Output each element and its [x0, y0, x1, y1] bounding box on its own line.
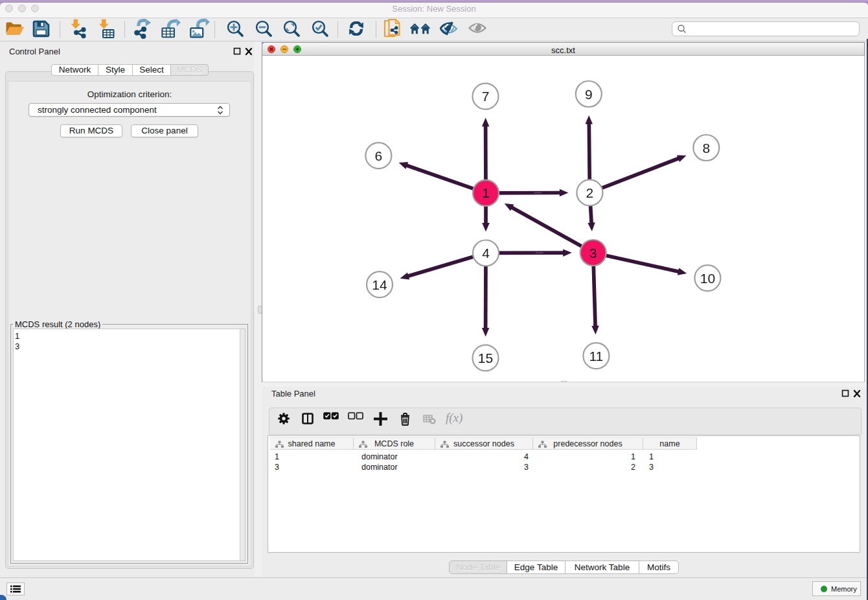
svg-text:8: 8 — [702, 141, 710, 156]
svg-text:4: 4 — [482, 246, 490, 260]
svg-text:1: 1 — [482, 185, 490, 200]
svg-text:3: 3 — [589, 246, 597, 260]
svg-text:9: 9 — [585, 87, 593, 102]
svg-text:11: 11 — [589, 349, 603, 363]
svg-text:10: 10 — [700, 271, 715, 286]
svg-text:14: 14 — [372, 277, 387, 292]
svg-text:7: 7 — [482, 89, 490, 104]
svg-text:2: 2 — [586, 185, 594, 200]
svg-text:6: 6 — [375, 148, 383, 163]
svg-text:15: 15 — [478, 351, 493, 365]
